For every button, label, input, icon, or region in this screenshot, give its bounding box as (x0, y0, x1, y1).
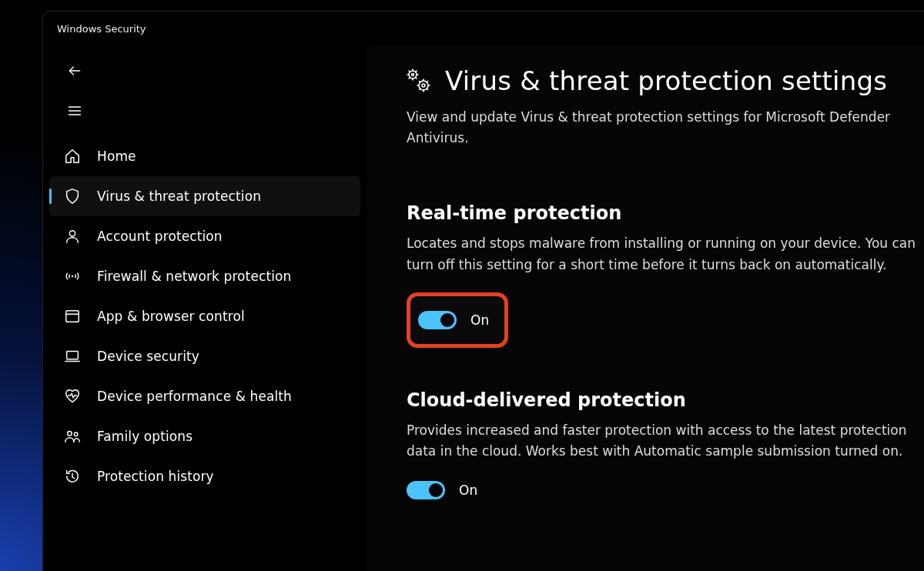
svg-point-10 (68, 432, 72, 436)
svg-line-19 (416, 78, 417, 79)
back-button[interactable] (60, 56, 89, 85)
sidebar-item-label: Home (97, 149, 136, 164)
sidebar: Home Virus & threat protection Account p… (43, 45, 367, 571)
hamburger-icon (67, 103, 82, 119)
history-icon (63, 467, 82, 486)
sidebar-item-label: Virus & threat protection (97, 189, 261, 204)
menu-button[interactable] (60, 96, 89, 125)
section-title: Cloud-delivered protection (407, 389, 916, 411)
sidebar-item-firewall[interactable]: Firewall & network protection (49, 256, 360, 296)
svg-line-20 (409, 78, 410, 79)
sidebar-item-label: Protection history (97, 469, 214, 484)
svg-point-11 (74, 432, 78, 436)
sidebar-item-app[interactable]: App & browser control (49, 296, 360, 336)
toggle-state-label: On (470, 312, 489, 328)
svg-point-13 (412, 74, 414, 76)
svg-line-29 (427, 88, 428, 90)
antenna-icon (63, 267, 82, 286)
shield-icon (63, 187, 82, 205)
section-description: Provides increased and faster protection… (407, 420, 916, 462)
sidebar-item-label: Device security (97, 349, 199, 364)
main-content: Virus & threat protection settings View … (367, 45, 924, 571)
sidebar-item-family[interactable]: Family options (49, 416, 360, 456)
app-title: Windows Security (57, 23, 146, 35)
sidebar-item-history[interactable]: Protection history (49, 456, 360, 496)
section-realtime: Real-time protection Locates and stops m… (407, 202, 916, 347)
sidebar-item-label: Family options (97, 429, 192, 444)
toggle-state-label: On (459, 483, 477, 498)
home-icon (63, 147, 82, 165)
svg-line-18 (409, 71, 410, 72)
person-icon (63, 227, 82, 245)
svg-rect-8 (67, 352, 79, 359)
sidebar-item-label: Account protection (97, 229, 223, 244)
page-subtitle: View and update Virus & threat protectio… (407, 107, 916, 149)
cloud-toggle[interactable] (407, 481, 445, 499)
svg-line-21 (416, 71, 417, 72)
svg-point-5 (72, 275, 74, 278)
section-title: Real-time protection (407, 202, 916, 224)
sidebar-item-home[interactable]: Home (49, 136, 360, 176)
svg-rect-6 (66, 311, 79, 322)
laptop-icon (63, 347, 82, 366)
svg-line-31 (427, 82, 428, 83)
arrow-left-icon (67, 63, 82, 78)
sidebar-item-performance[interactable]: Device performance & health (49, 376, 360, 416)
sidebar-item-label: Device performance & health (97, 389, 292, 404)
people-icon (63, 427, 82, 446)
window-icon (63, 307, 82, 326)
svg-line-30 (420, 88, 421, 90)
section-description: Locates and stops malware from installin… (407, 233, 916, 275)
highlight-annotation: On (407, 292, 508, 348)
realtime-toggle[interactable] (418, 311, 457, 329)
titlebar: Windows Security (43, 12, 924, 45)
sidebar-item-label: Firewall & network protection (97, 269, 291, 284)
section-cloud: Cloud-delivered protection Provides incr… (407, 389, 916, 503)
svg-line-28 (420, 82, 421, 83)
svg-point-23 (422, 84, 425, 87)
svg-point-4 (69, 231, 75, 236)
app-window: Windows Security Home (42, 11, 924, 571)
nav: Home Virus & threat protection Account p… (49, 136, 360, 496)
sidebar-item-account[interactable]: Account protection (49, 216, 360, 256)
settings-gears-icon (407, 68, 431, 93)
page-title: Virus & threat protection settings (445, 65, 887, 96)
heart-pulse-icon (63, 387, 82, 406)
sidebar-item-virus[interactable]: Virus & threat protection (49, 176, 360, 216)
sidebar-item-label: App & browser control (97, 309, 245, 324)
sidebar-item-device[interactable]: Device security (49, 336, 360, 376)
